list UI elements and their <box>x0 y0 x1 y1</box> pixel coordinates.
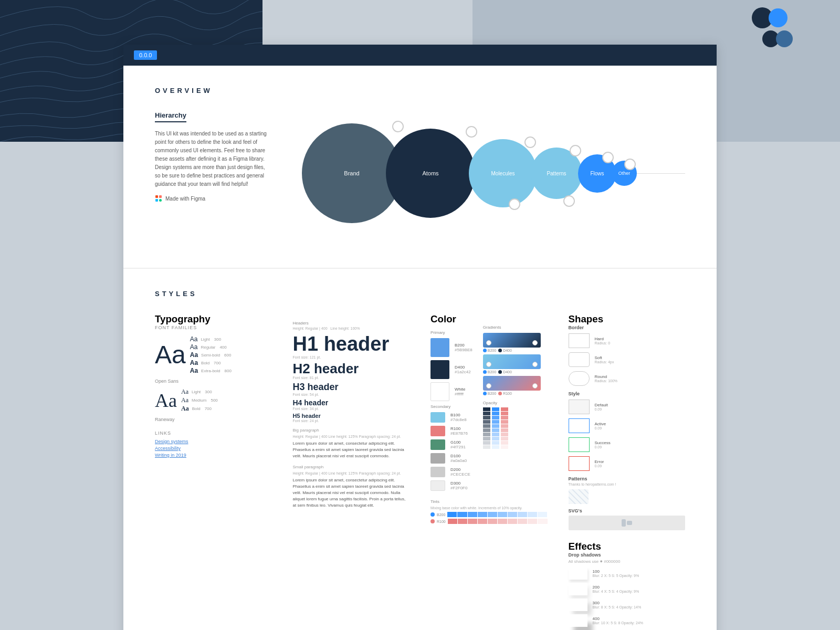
gradient-2: B200 D400 <box>483 354 541 374</box>
color-white: White#ffffff <box>430 382 472 401</box>
open-sans-row: Aa AaLight300 AaRegular400 AaSemi-bold60… <box>155 335 272 374</box>
swatch-d300 <box>430 480 445 491</box>
link-accessibility[interactable]: Accessibility <box>155 446 272 451</box>
svg-rect-2 <box>159 195 162 198</box>
style-default: Default0.09 <box>569 400 686 414</box>
opacity-bars <box>483 407 541 449</box>
raneway-weights: AaLight300 AaMedium500 AaBold700 <box>181 388 218 413</box>
shape-round: RoundRadius: 100% <box>569 371 686 386</box>
open-sans-name: Open Sans <box>155 379 272 384</box>
color-d200: D200#CECECE <box>430 467 472 477</box>
styles-section: STYLES Typography Font families Aa AaLig… <box>123 268 717 630</box>
small-body-label: Small paragraph <box>293 465 410 469</box>
gradients-label: Gradients <box>483 325 541 330</box>
shape-hard: HardRadius: 0 <box>569 333 686 348</box>
style-error-box <box>569 456 590 471</box>
color-d400: D400#1a2c42 <box>430 360 472 379</box>
patterns-samples <box>569 489 686 504</box>
color-b200: B200#5B9BE8 <box>430 338 472 357</box>
shadow-300: 300Blur: 8 X: 5 S: 4 Opacity: 14% <box>569 598 686 611</box>
effects-heading: Effects <box>569 541 686 552</box>
svgs-area: SVG's <box>569 508 686 530</box>
swatch-g100 <box>430 439 445 450</box>
h1-text: H1 header <box>293 333 410 355</box>
link-design-systems[interactable]: Design systems <box>155 439 272 444</box>
opacity-label: Opacity <box>483 401 541 405</box>
shadow-300-box <box>569 598 587 611</box>
overview-title: OVERVIEW <box>155 87 685 94</box>
hierarchy-desc: This UI kit was intended to be used as a… <box>155 130 270 188</box>
opacity-red <box>501 407 508 449</box>
h2-text: H2 header <box>293 361 410 376</box>
shadow-400: 400Blur: 10 X: 5 S: 8 Opacity: 24% <box>569 614 686 627</box>
svg-placeholder-icon <box>622 519 632 527</box>
h4-text: H4 header <box>293 398 410 407</box>
tints-label: Tints <box>430 499 548 504</box>
circles-container: Brand Atoms Molecules <box>302 110 685 236</box>
overview-section: OVERVIEW Hierarchy This UI kit was inten… <box>123 66 717 268</box>
color-d100: D100#a0a0a0 <box>430 453 472 464</box>
made-figma: Made with Figma <box>155 195 270 202</box>
swatch-b100 <box>430 412 445 423</box>
drop-shadows-label: Drop shadows <box>569 552 686 558</box>
color-primary-gradient: Primary B200#5B9BE8 D400#1a2c42 <box>430 325 548 494</box>
style-default-box <box>569 400 590 414</box>
opacity-blue <box>492 407 499 449</box>
links-section: Links Design systems Accessibility Writi… <box>155 430 272 458</box>
body-text: Lorem ipsum dolor sit amet, consectetur … <box>293 440 410 459</box>
hierarchy-label: Hierarchy <box>155 111 186 122</box>
raneway-row: Aa AaLight300 AaMedium500 AaBold700 <box>155 388 272 413</box>
effects-area: Effects Drop shadows All shadows use ● #… <box>569 541 686 630</box>
color-swatch-d400 <box>430 360 449 379</box>
gradient-opacity-col: Gradients B200 D400 <box>483 325 541 494</box>
primary-colors: Primary B200#5B9BE8 D400#1a2c42 <box>430 325 472 494</box>
color-swatch-b200 <box>430 338 449 357</box>
h3-text: H3 header <box>293 382 410 393</box>
color-g100: G100#4f7291 <box>430 439 472 450</box>
svg-rect-6 <box>627 521 632 525</box>
main-container: 0.0.0 OVERVIEW Hierarchy This UI kit was… <box>123 45 717 630</box>
opacity-dark <box>483 407 490 449</box>
shadow-200: 200Blur: 4 X: 5 S: 4 Opacity: 9% <box>569 583 686 595</box>
typography-col: Typography Font families Aa AaLight300 A… <box>155 313 272 630</box>
swatch-r100 <box>430 426 445 436</box>
h4-info: Font size: 34 pt. <box>293 407 410 411</box>
svg-point-4 <box>159 199 162 202</box>
h3-info: Font size: 54 pt. <box>293 393 410 396</box>
hierarchy-area: Hierarchy This UI kit was intended to be… <box>155 110 685 236</box>
style-success: Success0.09 <box>569 437 686 452</box>
color-heading: Color <box>430 313 548 325</box>
version-badge: 0.0.0 <box>134 50 157 60</box>
shadow-200-box <box>569 583 587 595</box>
gradient-1: B200 D400 <box>483 333 541 352</box>
h5-text: H5 header <box>293 413 410 419</box>
links-label: Links <box>155 430 272 436</box>
open-sans-preview: Aa <box>155 342 186 368</box>
link-writing[interactable]: Writing in 2019 <box>155 453 272 458</box>
svg-rect-1 <box>155 195 158 198</box>
top-bar: 0.0.0 <box>123 45 717 66</box>
shadow-100: 100Blur: 2 X: 5 S: 5 Opacity: 9% <box>569 567 686 580</box>
tints-desc: Mixing base color with white. Increments… <box>430 506 548 510</box>
hierarchy-text: Hierarchy This UI kit was intended to be… <box>155 110 270 202</box>
font-families-label: Font families <box>155 325 272 330</box>
shape-hard-box <box>569 333 590 348</box>
typography-heading: Typography <box>155 313 272 325</box>
color-swatch-white <box>430 382 449 401</box>
color-col: Color Primary B200#5B9BE8 <box>430 313 548 630</box>
h5-info: Font size: 24 pt. <box>293 419 410 423</box>
patterns-sub: Thanks to heropatterns.com ! <box>569 482 686 486</box>
svgs-label: SVG's <box>569 508 686 513</box>
primary-label: Primary <box>430 330 472 335</box>
made-figma-text: Made with Figma <box>165 196 205 202</box>
open-sans-weights: AaLight300 AaRegular400 AaSemi-bold600 A… <box>190 335 232 374</box>
h2-info: Font size: 81 pt. <box>293 376 410 380</box>
swatch-d100 <box>430 453 445 464</box>
small-body-text: Lorem ipsum dolor sit amet, consectetur … <box>293 477 410 509</box>
swatch-d200 <box>430 467 445 477</box>
body-meta: Height: Regular | 400 Line height: 125% … <box>293 435 410 438</box>
shadow-100-box <box>569 567 587 580</box>
color-r100: R100#E87B76 <box>430 426 472 436</box>
gradient-3: B200 R100 <box>483 376 541 395</box>
circle-molecules: Molecules <box>469 139 537 207</box>
